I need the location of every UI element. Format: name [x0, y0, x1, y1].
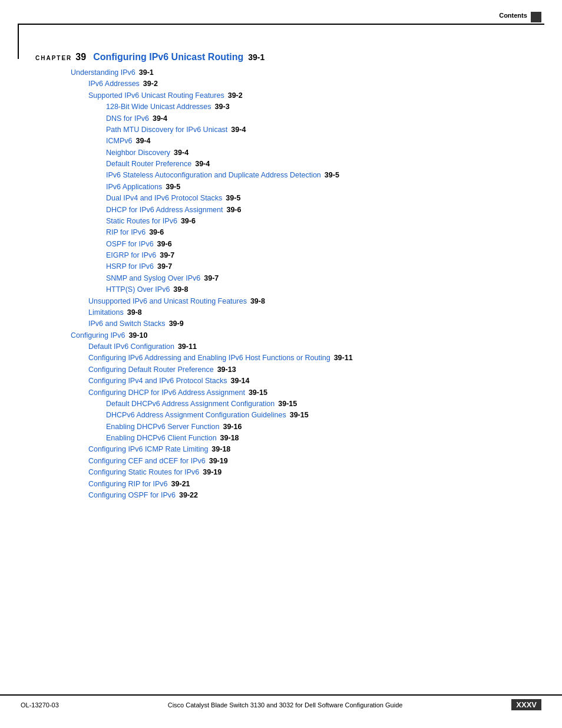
toc-link[interactable]: Configuring IPv6 ICMP Rate Limiting [88, 444, 208, 455]
toc-page: 39-15 [278, 398, 297, 410]
toc-page: 39-6 [149, 227, 164, 238]
toc-page: 39-6 [226, 205, 241, 216]
toc-link[interactable]: Enabling DHCPv6 Client Function [106, 433, 217, 444]
toc-item: OSPF for IPv639-6 [106, 239, 527, 250]
toc-link[interactable]: Configuring IPv4 and IPv6 Protocol Stack… [88, 375, 227, 387]
toc-link[interactable]: ICMPv6 [106, 136, 132, 147]
toc-link[interactable]: IPv6 Stateless Autoconfiguration and Dup… [106, 170, 321, 181]
toc-page: 39-15 [249, 387, 267, 398]
toc-item: Limitations39-8 [88, 307, 527, 318]
toc-link[interactable]: Static Routes for IPv6 [106, 216, 177, 227]
toc-page: 39-6 [157, 239, 172, 250]
toc-page: 39-4 [195, 159, 210, 170]
toc-link[interactable]: DHCPv6 Address Assignment Configuration … [106, 410, 286, 421]
toc-link[interactable]: Unsupported IPv6 and Unicast Routing Fea… [88, 296, 247, 307]
toc-link[interactable]: Configuring Static Routes for IPv6 [88, 467, 199, 478]
toc-link[interactable]: Neighbor Discovery [106, 147, 170, 159]
page-footer: OL-13270-03 Cisco Catalyst Blade Switch … [0, 694, 562, 710]
footer-doc-number: OL-13270-03 [21, 701, 59, 709]
toc-item: Configuring IPv639-10 [71, 330, 527, 341]
toc-item: Path MTU Discovery for IPv6 Unicast39-4 [106, 124, 527, 136]
toc-item: IPv6 Addresses39-2 [88, 78, 527, 90]
toc-link[interactable]: Configuring IPv6 [71, 330, 125, 341]
toc-item: Enabling DHCPv6 Server Function39-16 [106, 421, 527, 433]
toc-page: 39-15 [290, 410, 309, 421]
toc-item: IPv6 Applications39-5 [106, 182, 527, 193]
chapter-heading: CHAPTER 39 Configuring IPv6 Unicast Rout… [35, 52, 527, 62]
page-border-top [18, 24, 544, 25]
toc-link[interactable]: IPv6 and Switch Stacks [88, 318, 166, 330]
toc-item: Default Router Preference39-4 [106, 159, 527, 170]
toc-item: Unsupported IPv6 and Unicast Routing Fea… [88, 296, 527, 307]
toc-link[interactable]: Understanding IPv6 [71, 67, 135, 78]
toc-link[interactable]: Supported IPv6 Unicast Routing Features [88, 90, 224, 101]
chapter-title-link[interactable]: Configuring IPv6 Unicast Routing [93, 52, 243, 62]
toc-page: 39-4 [231, 124, 246, 136]
toc-page: 39-13 [217, 364, 236, 375]
toc-page: 39-4 [153, 113, 167, 124]
toc-item: Dual IPv4 and IPv6 Protocol Stacks39-5 [106, 193, 527, 204]
toc-page: 39-16 [223, 421, 242, 433]
toc-item: Configuring IPv4 and IPv6 Protocol Stack… [88, 375, 527, 387]
toc-link[interactable]: HTTP(S) Over IPv6 [106, 284, 170, 295]
toc-link[interactable]: Path MTU Discovery for IPv6 Unicast [106, 124, 227, 136]
toc-item: HTTP(S) Over IPv639-8 [106, 284, 527, 295]
toc-item: Configuring RIP for IPv639-21 [88, 479, 527, 490]
toc-link[interactable]: Default DHCPv6 Address Assignment Config… [106, 398, 275, 410]
toc-link[interactable]: Enabling DHCPv6 Server Function [106, 421, 219, 433]
toc-page: 39-11 [334, 353, 353, 364]
toc-page: 39-4 [174, 147, 189, 159]
toc-link[interactable]: SNMP and Syslog Over IPv6 [106, 273, 200, 284]
toc-link[interactable]: Configuring DHCP for IPv6 Address Assign… [88, 387, 245, 398]
toc-link[interactable]: Configuring IPv6 Addressing and Enabling… [88, 353, 330, 364]
toc-page: 39-1 [139, 67, 154, 78]
toc-link[interactable]: Default Router Preference [106, 159, 191, 170]
page-border-left [18, 24, 19, 59]
toc-link[interactable]: OSPF for IPv6 [106, 239, 154, 250]
toc-link[interactable]: Configuring RIP for IPv6 [88, 479, 168, 490]
toc-page: 39-7 [157, 261, 172, 272]
toc-link[interactable]: EIGRP for IPv6 [106, 250, 156, 261]
toc-link[interactable]: HSRP for IPv6 [106, 261, 154, 272]
toc-link[interactable]: Configuring OSPF for IPv6 [88, 490, 176, 501]
toc-link[interactable]: Dual IPv4 and IPv6 Protocol Stacks [106, 193, 222, 204]
toc-page: 39-22 [179, 490, 198, 501]
chapter-page: 39-1 [248, 52, 265, 62]
toc-link[interactable]: Configuring Default Router Preference [88, 364, 214, 375]
toc-link[interactable]: IPv6 Applications [106, 182, 162, 193]
toc-item: Configuring OSPF for IPv639-22 [88, 490, 527, 501]
toc-item: SNMP and Syslog Over IPv639-7 [106, 273, 527, 284]
toc-item: Default DHCPv6 Address Assignment Config… [106, 398, 527, 410]
toc-item: Static Routes for IPv639-6 [106, 216, 527, 227]
toc-item: IPv6 Stateless Autoconfiguration and Dup… [106, 170, 527, 181]
toc-link[interactable]: IPv6 Addresses [88, 78, 140, 90]
toc-page: 39-19 [209, 456, 228, 467]
toc-item: Supported IPv6 Unicast Routing Features3… [88, 90, 527, 101]
footer-page-number: XXXV [511, 699, 541, 710]
toc-item: Default IPv6 Configuration39-11 [88, 341, 527, 353]
chapter-label: CHAPTER [35, 55, 72, 61]
toc-link[interactable]: Limitations [88, 307, 124, 318]
toc-item: DHCPv6 Address Assignment Configuration … [106, 410, 527, 421]
toc-item: 128-Bit Wide Unicast Addresses39-3 [106, 101, 527, 113]
header-black-square [531, 12, 541, 22]
toc-page: 39-14 [231, 375, 250, 387]
toc-link[interactable]: DHCP for IPv6 Address Assignment [106, 205, 223, 216]
toc-content: CHAPTER 39 Configuring IPv6 Unicast Rout… [0, 28, 562, 525]
toc-link[interactable]: Default IPv6 Configuration [88, 341, 174, 353]
toc-page: 39-5 [166, 182, 180, 193]
toc-page: 39-8 [127, 307, 142, 318]
toc-item: DHCP for IPv6 Address Assignment39-6 [106, 205, 527, 216]
toc-page: 39-10 [128, 330, 147, 341]
toc-link[interactable]: DNS for IPv6 [106, 113, 149, 124]
toc-page: 39-3 [215, 101, 230, 113]
toc-link[interactable]: Configuring CEF and dCEF for IPv6 [88, 456, 206, 467]
toc-page: 39-8 [173, 284, 188, 295]
toc-link[interactable]: RIP for IPv6 [106, 227, 146, 238]
toc-page: 39-18 [220, 433, 239, 444]
toc-item: Configuring Default Router Preference39-… [88, 364, 527, 375]
toc-page: 39-2 [228, 90, 243, 101]
toc-item: Configuring Static Routes for IPv639-19 [88, 467, 527, 478]
toc-page: 39-19 [203, 467, 222, 478]
toc-link[interactable]: 128-Bit Wide Unicast Addresses [106, 101, 211, 113]
